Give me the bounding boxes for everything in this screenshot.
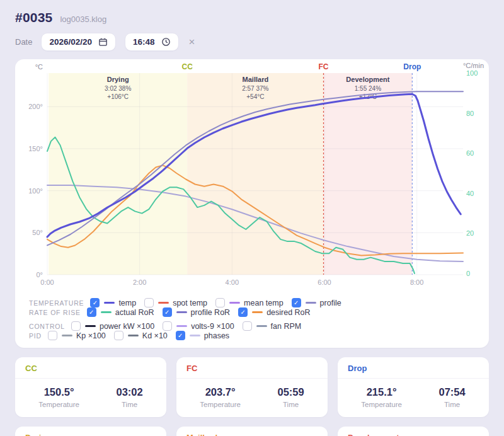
stat-value: 203.7° bbox=[200, 386, 241, 398]
event-cards-row: CC150.5°Temperature03:02TimeFC203.7°Temp… bbox=[15, 357, 489, 417]
left-axis-tick: 0° bbox=[36, 271, 43, 278]
legend-item-kp-×100[interactable]: Kp ×100 bbox=[48, 331, 106, 340]
checkbox-unchecked[interactable] bbox=[215, 298, 225, 307]
stat-value: 07:54 bbox=[438, 386, 465, 398]
legend-item-fan-rpm[interactable]: fan RPM bbox=[243, 321, 302, 331]
legend-item-volts-9-×100[interactable]: volts-9 ×100 bbox=[163, 321, 234, 331]
legend-item-profile-ror[interactable]: ✓profile RoR bbox=[163, 307, 231, 317]
checkbox-checked[interactable]: ✓ bbox=[176, 331, 185, 340]
phase-label-title: Development bbox=[346, 76, 389, 83]
stat-value: 150.5° bbox=[38, 386, 79, 398]
right-axis-tick: 0 bbox=[466, 270, 470, 277]
phase-cards-row: Drying3:02Duration38%Percent+107°Increas… bbox=[15, 427, 489, 436]
legend-item-label: mean temp bbox=[244, 299, 284, 307]
legend-row: CONTROLpower kW ×100volts-9 ×100fan RPMP… bbox=[29, 321, 478, 340]
stat-time: 07:54Time bbox=[438, 386, 465, 408]
checkbox-unchecked[interactable] bbox=[114, 331, 123, 340]
stat-value: 215.1° bbox=[361, 386, 402, 398]
legend-group-temperature: TEMPERATURE✓tempspot tempmean temp✓profi… bbox=[29, 298, 350, 307]
legend-group-rate-of-rise: RATE OF RISE✓actual RoR✓profile RoR✓desi… bbox=[29, 307, 319, 317]
legend-item-mean-temp[interactable]: mean temp bbox=[215, 298, 284, 307]
time-input[interactable]: 16:48 bbox=[125, 33, 179, 51]
series-color-swatch bbox=[190, 335, 200, 336]
stat-time: 05:59Time bbox=[277, 386, 304, 408]
phase-label-title: Drying bbox=[107, 76, 129, 83]
phase-label-stats: 3:02 38% bbox=[105, 85, 131, 92]
legend-item-label: phases bbox=[204, 331, 229, 340]
series-color-swatch bbox=[252, 311, 263, 313]
x-axis-tick: 0:00 bbox=[40, 278, 54, 286]
stat-label: Temperature bbox=[361, 401, 402, 408]
roast-chart[interactable]: Drying3:02 38%+106°CMaillard2:57 37%+54°… bbox=[15, 60, 489, 292]
summary-card-development: Development1:55Duration24.2%Percent+11°I… bbox=[338, 427, 489, 436]
series-color-swatch bbox=[85, 325, 96, 327]
legend-item-power-kw-×100[interactable]: power kW ×100 bbox=[71, 321, 154, 331]
card-title-development: Development bbox=[338, 427, 489, 436]
series-color-swatch bbox=[128, 335, 139, 336]
chart-panel: Drying3:02 38%+106°CMaillard2:57 37%+54°… bbox=[15, 59, 489, 348]
x-axis-tick: 6:00 bbox=[318, 278, 331, 286]
legend-item-actual-ror[interactable]: ✓actual RoR bbox=[87, 307, 154, 317]
card-body: 215.1°Temperature07:54Time bbox=[338, 379, 489, 417]
series-color-swatch bbox=[101, 311, 112, 313]
stat-time: 03:02Time bbox=[116, 386, 142, 408]
checkbox-checked[interactable]: ✓ bbox=[90, 298, 100, 307]
legend-item-kd-×10[interactable]: Kd ×10 bbox=[114, 331, 168, 340]
legend-item-label: volts-9 ×100 bbox=[191, 322, 234, 331]
date-input[interactable]: 2026/02/20 bbox=[41, 33, 116, 51]
calendar-icon[interactable] bbox=[98, 37, 108, 47]
series-color-swatch bbox=[306, 302, 316, 304]
date-label: Date bbox=[15, 37, 32, 47]
legend-item-spot-temp[interactable]: spot temp bbox=[144, 298, 207, 307]
series-color-swatch bbox=[104, 302, 115, 304]
checkbox-checked[interactable]: ✓ bbox=[292, 298, 301, 307]
legend-group-label: CONTROL bbox=[29, 323, 65, 330]
legend-item-label: fan RPM bbox=[271, 322, 302, 331]
checkbox-checked[interactable]: ✓ bbox=[87, 307, 96, 317]
card-title-maillard: Maillard bbox=[176, 427, 328, 436]
legend-group-label: RATE OF RISE bbox=[29, 309, 81, 316]
card-body: 150.5°Temperature03:02Time bbox=[15, 379, 166, 417]
left-axis-tick: 200° bbox=[28, 103, 43, 110]
legend-item-desired-ror[interactable]: ✓desired RoR bbox=[238, 307, 310, 317]
summary-card-drying: Drying3:02Duration38%Percent+107°Increas… bbox=[15, 427, 166, 436]
legend-item-label: profile RoR bbox=[191, 308, 231, 317]
checkbox-checked[interactable]: ✓ bbox=[238, 307, 248, 317]
right-axis-tick: 40 bbox=[466, 190, 474, 197]
stat-temperature: 150.5°Temperature bbox=[38, 386, 79, 408]
stat-value: 05:59 bbox=[277, 386, 304, 398]
series-color-swatch bbox=[256, 325, 267, 327]
clear-date-button[interactable]: × bbox=[189, 37, 195, 47]
legend-item-profile[interactable]: ✓profile bbox=[292, 298, 341, 307]
stat-temperature: 203.7°Temperature bbox=[200, 386, 241, 408]
card-body: 203.7°Temperature05:59Time bbox=[176, 379, 328, 417]
checkbox-unchecked[interactable] bbox=[71, 321, 81, 331]
phase-region-development bbox=[324, 73, 413, 275]
marker-label-fc: FC bbox=[319, 62, 329, 71]
checkbox-checked[interactable]: ✓ bbox=[163, 307, 172, 317]
stat-label: Time bbox=[277, 401, 304, 408]
checkbox-unchecked[interactable] bbox=[144, 298, 154, 307]
legend-item-temp[interactable]: ✓temp bbox=[90, 298, 136, 307]
phase-label-delta: +54°C bbox=[246, 93, 264, 100]
marker-label-drop: Drop bbox=[403, 62, 421, 71]
checkbox-unchecked[interactable] bbox=[48, 331, 57, 340]
card-title-fc: FC bbox=[176, 357, 328, 379]
legend-item-label: spot temp bbox=[173, 299, 207, 307]
legend-item-label: temp bbox=[118, 299, 136, 307]
legend-item-label: Kp ×100 bbox=[76, 331, 106, 340]
left-axis-tick: 100° bbox=[28, 187, 43, 195]
legend-group-pid: PIDKp ×100Kd ×10✓phases bbox=[29, 331, 238, 340]
summary-card-cc: CC150.5°Temperature03:02Time bbox=[15, 357, 166, 417]
checkbox-unchecked[interactable] bbox=[243, 321, 252, 331]
stat-label: Time bbox=[116, 401, 142, 408]
series-color-swatch bbox=[176, 325, 187, 327]
legend-group-control: CONTROLpower kW ×100volts-9 ×100fan RPM bbox=[29, 321, 309, 331]
legend-group-label: TEMPERATURE bbox=[29, 299, 84, 307]
clock-icon[interactable] bbox=[161, 37, 171, 47]
legend-item-label: actual RoR bbox=[115, 308, 154, 317]
checkbox-unchecked[interactable] bbox=[163, 321, 172, 331]
legend-item-phases[interactable]: ✓phases bbox=[176, 331, 229, 340]
phase-label-title: Maillard bbox=[243, 76, 269, 83]
right-axis-tick: 20 bbox=[466, 229, 474, 237]
